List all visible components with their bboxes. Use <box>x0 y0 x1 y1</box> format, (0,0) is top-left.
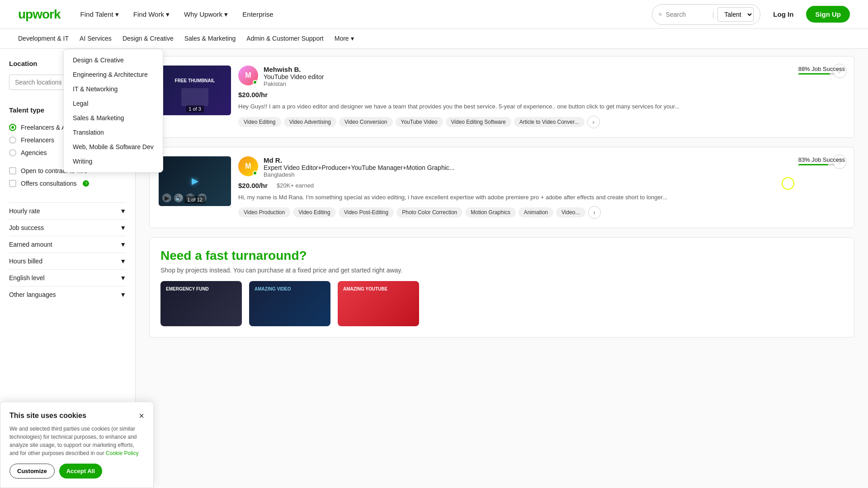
location-label: Location <box>9 60 38 67</box>
dropdown-web[interactable]: Web, Mobile & Software Dev <box>64 140 163 154</box>
main-content: FREE THUMBNAIL 1 of 3 M Mehwish B. YouTu… <box>136 49 868 488</box>
skill-tag: Video... <box>556 207 585 217</box>
card-stats-1: $20.00/hr <box>238 91 845 99</box>
nav-find-work[interactable]: Find Work ▾ <box>128 7 175 22</box>
freelancer-info-1: Mehwish B. YouTube Video editor Pakistan <box>264 66 793 87</box>
hourly-rate-filter[interactable]: Hourly rate ▼ <box>9 202 126 219</box>
dropdown-engineering[interactable]: Engineering & Architecture <box>64 67 163 82</box>
favorite-button-1[interactable]: ♡ <box>832 64 847 78</box>
cookie-title: This site uses cookies × <box>9 411 144 420</box>
search-bar: | Talent <box>652 4 760 25</box>
offers-consultations-label: Offers consultations <box>21 180 76 187</box>
dropdown-legal[interactable]: Legal <box>64 96 163 111</box>
thumb-pagination-2: 1 of 12 <box>184 196 205 203</box>
freelancer-info-2: Md R. Expert Video Editor+Producer+YouTu… <box>264 156 793 178</box>
fast-turnaround-section: Need a fast turnaround? Shop by projects… <box>149 237 854 338</box>
dropdown-sales[interactable]: Sales & Marketing <box>64 111 163 125</box>
cat-sales[interactable]: Sales & Marketing <box>184 33 236 45</box>
cat-more[interactable]: More ▾ <box>335 33 354 45</box>
upwork-logo: upwork <box>18 7 61 22</box>
talent-select[interactable]: Talent <box>717 7 754 22</box>
description-2: Hi, my name is Md Rana. I'm something sp… <box>238 193 845 202</box>
hours-billed-label: Hours billed <box>9 258 42 265</box>
job-success-filter[interactable]: Job success ▼ <box>9 219 126 236</box>
english-level-label: English level <box>9 274 45 282</box>
hours-billed-filter[interactable]: Hours billed ▼ <box>9 253 126 269</box>
freelancer-name-1: Mehwish B. <box>264 66 793 73</box>
checkbox-box-2 <box>9 180 16 187</box>
cookie-banner: This site uses cookies × We and selected… <box>0 402 154 488</box>
other-languages-label: Other languages <box>9 291 56 298</box>
dropdown-writing[interactable]: Writing <box>64 154 163 169</box>
skills-row-2: Video Production Video Editing Video Pos… <box>238 206 845 219</box>
thumb-label-2: ▶ <box>192 176 198 186</box>
nav-enterprise[interactable]: Enterprise <box>237 7 278 22</box>
card-body-2: M Md R. Expert Video Editor+Producer+You… <box>238 156 845 219</box>
rate-2: $20.00/hr <box>238 182 268 189</box>
job-success-label: Job success <box>9 224 44 231</box>
description-1: Hey Guys!! I am a pro video editor and d… <box>238 102 845 111</box>
other-languages-filter[interactable]: Other languages ▼ <box>9 286 126 303</box>
card-thumbnail-1: FREE THUMBNAIL 1 of 3 <box>159 66 231 115</box>
thumb-pagination-1: 1 of 3 <box>186 105 204 113</box>
thumb-label-1: FREE THUMBNAIL <box>172 75 218 86</box>
earned-amount-filter[interactable]: Earned amount ▼ <box>9 236 126 253</box>
search-input[interactable] <box>666 11 709 18</box>
job-success-bar-2 <box>798 164 835 165</box>
hours-billed-chevron: ▼ <box>120 258 126 265</box>
signup-button[interactable]: Sign Up <box>806 6 850 23</box>
card-header-1: M Mehwish B. YouTube Video editor Pakist… <box>238 66 845 87</box>
skills-more-button-1[interactable]: › <box>587 116 600 128</box>
radio-label-3: Agencies <box>21 149 47 156</box>
job-success-fill-2 <box>798 164 828 165</box>
english-level-chevron: ▼ <box>120 274 126 282</box>
skill-tag: Video Advertising <box>284 117 337 127</box>
cat-admin[interactable]: Admin & Customer Support <box>246 33 323 45</box>
skill-tag: Video Editing <box>238 117 281 127</box>
cookie-close-button[interactable]: × <box>139 411 144 420</box>
card-body-1: M Mehwish B. YouTube Video editor Pakist… <box>238 66 845 128</box>
dropdown-design[interactable]: Design & Creative <box>64 53 163 67</box>
cookie-text: We and selected third parties use cookie… <box>9 425 144 457</box>
dropdown-translation[interactable]: Translation <box>64 125 163 140</box>
cookie-policy-link[interactable]: Cookie Policy <box>106 450 139 456</box>
online-dot-2 <box>253 171 257 175</box>
skill-tag: Animation <box>519 207 553 217</box>
nav-why-upwork[interactable]: Why Upwork ▾ <box>179 7 233 22</box>
offers-badge: ? <box>83 180 89 187</box>
freelancer-card-2: ▶ 🔊 ⛶ ⋮ ▶ 1 of 12 M Md R. <box>149 147 854 229</box>
freelancer-name-2: Md R. <box>264 156 793 164</box>
skills-more-button-2[interactable]: › <box>588 206 601 219</box>
cookie-title-text: This site uses cookies <box>9 412 86 420</box>
category-bar: Development & IT AI Services Design & Cr… <box>0 29 868 49</box>
fast-card-3[interactable]: AMAZING YOUTUBE <box>338 281 419 326</box>
accept-all-button[interactable]: Accept All <box>59 464 102 479</box>
checkbox-offers-consultations[interactable]: Offers consultations ? <box>9 177 126 190</box>
skill-tag: YouTube Video <box>396 117 443 127</box>
freelancer-country-1: Pakistan <box>264 80 793 87</box>
favorite-button-2[interactable]: ♡ <box>832 155 847 169</box>
card-thumbnail-2: ▶ 🔊 ⛶ ⋮ ▶ 1 of 12 <box>159 156 231 206</box>
skill-tag: Photo Color Correction <box>396 207 462 217</box>
talent-type-label: Talent type <box>9 106 44 114</box>
fast-card-text-3: AMAZING YOUTUBE <box>338 281 419 297</box>
cat-design[interactable]: Design & Creative <box>123 33 174 45</box>
job-success-chevron: ▼ <box>120 224 126 231</box>
freelancer-country-2: Bangladesh <box>264 171 793 178</box>
dropdown-it[interactable]: IT & Networking <box>64 82 163 96</box>
login-button[interactable]: Log In <box>766 7 801 22</box>
cat-ai[interactable]: AI Services <box>80 33 112 45</box>
fast-card-1[interactable]: EMERGENCY FUND <box>160 281 242 326</box>
nav-actions: | Talent Log In Sign Up <box>652 4 850 25</box>
cat-development[interactable]: Development & IT <box>18 33 69 45</box>
fast-subtitle: Shop by projects instead. You can purcha… <box>160 267 843 274</box>
cookie-actions: Customize Accept All <box>9 464 144 479</box>
english-level-filter[interactable]: English level ▼ <box>9 269 126 286</box>
customize-button[interactable]: Customize <box>9 464 55 479</box>
skill-tag: Video Conversion <box>339 117 393 127</box>
other-languages-chevron: ▼ <box>120 291 126 298</box>
nav-find-talent[interactable]: Find Talent ▾ <box>75 7 124 22</box>
fast-card-2[interactable]: AMAZING VIDEO <box>249 281 330 326</box>
freelancer-title-2: Expert Video Editor+Producer+YouTube Man… <box>264 164 793 171</box>
nav-links: Find Talent ▾ Find Work ▾ Why Upwork ▾ E… <box>75 7 652 22</box>
